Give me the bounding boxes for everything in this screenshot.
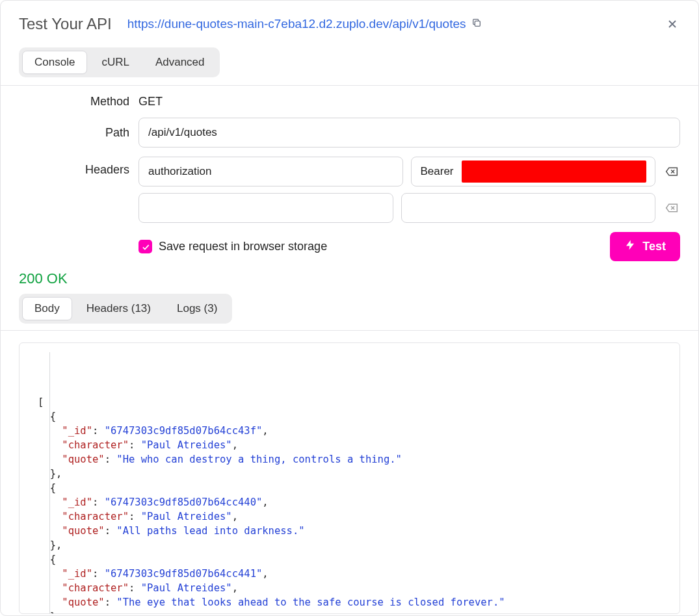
method-value: GET bbox=[138, 95, 163, 109]
svg-rect-0 bbox=[475, 21, 480, 26]
status-code: 200 bbox=[19, 270, 43, 287]
header-name-input[interactable] bbox=[138, 157, 403, 186]
header-pair bbox=[138, 157, 680, 186]
close-button[interactable] bbox=[663, 15, 681, 33]
delete-header-button[interactable] bbox=[663, 163, 680, 180]
request-url-link[interactable]: https://dune-quotes-main-c7eba12.d2.zupl… bbox=[127, 17, 482, 31]
method-row: Method GET bbox=[19, 95, 680, 109]
code-gutter bbox=[49, 352, 50, 613]
tab-headers[interactable]: Headers (13) bbox=[75, 297, 163, 320]
tab-console[interactable]: Console bbox=[22, 51, 87, 74]
header-name-input[interactable] bbox=[138, 193, 393, 223]
tab-advanced[interactable]: Advanced bbox=[144, 51, 217, 74]
redacted-token bbox=[462, 160, 647, 183]
save-row: Save request in browser storage Test bbox=[19, 232, 680, 261]
headers-grid bbox=[138, 157, 680, 223]
headers-label: Headers bbox=[19, 157, 129, 177]
modal-title: Test Your API bbox=[19, 15, 112, 33]
method-label: Method bbox=[19, 95, 129, 109]
divider bbox=[1, 85, 698, 86]
status-text: OK bbox=[47, 270, 68, 287]
api-test-modal: Test Your API https://dune-quotes-main-c… bbox=[0, 0, 699, 616]
tab-logs[interactable]: Logs (3) bbox=[165, 297, 229, 320]
response-json: [ { "_id": "6747303c9df85d07b64cc43f", "… bbox=[38, 395, 661, 614]
response-status: 200 OK bbox=[19, 270, 680, 287]
divider bbox=[1, 330, 698, 331]
path-row: Path bbox=[19, 118, 680, 148]
tab-body[interactable]: Body bbox=[22, 297, 72, 320]
save-checkbox-label: Save request in browser storage bbox=[159, 240, 327, 253]
save-checkbox[interactable] bbox=[138, 240, 152, 253]
path-label: Path bbox=[19, 126, 129, 140]
request-tab-group: Console cURL Advanced bbox=[19, 47, 220, 77]
response-tab-group: Body Headers (13) Logs (3) bbox=[19, 294, 232, 324]
response-body[interactable]: [ { "_id": "6747303c9df85d07b64cc43f", "… bbox=[19, 342, 680, 614]
delete-header-button[interactable] bbox=[663, 199, 680, 216]
test-button-label: Test bbox=[642, 240, 666, 253]
lightning-icon bbox=[624, 239, 636, 254]
request-url-text: https://dune-quotes-main-c7eba12.d2.zupl… bbox=[127, 17, 466, 31]
header-value-input[interactable] bbox=[401, 193, 656, 223]
tab-curl[interactable]: cURL bbox=[90, 51, 141, 74]
test-button[interactable]: Test bbox=[610, 232, 680, 261]
headers-row: Headers bbox=[19, 157, 680, 223]
path-input[interactable] bbox=[138, 118, 680, 148]
copy-icon[interactable] bbox=[471, 17, 482, 31]
save-checkbox-wrap[interactable]: Save request in browser storage bbox=[138, 240, 327, 253]
modal-header: Test Your API https://dune-quotes-main-c… bbox=[19, 15, 680, 33]
header-pair bbox=[138, 193, 680, 223]
